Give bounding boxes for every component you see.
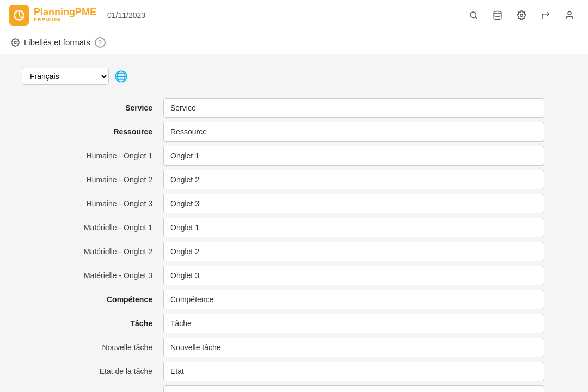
form-row: Humaine - Onglet 2 — [22, 170, 544, 189]
share-icon — [541, 10, 550, 20]
form-label-2: Humaine - Onglet 1 — [22, 151, 163, 160]
form-label-1: Ressource — [22, 127, 163, 136]
form-table: ServiceRessourceHumaine - Onglet 1Humain… — [22, 98, 544, 392]
subheader-title: Libellés et formats — [24, 38, 90, 47]
form-row: Compétence — [22, 290, 544, 309]
form-row: Nouvelle tâche — [22, 338, 544, 357]
database-button[interactable] — [488, 5, 507, 25]
form-input-3[interactable] — [163, 170, 544, 189]
app-header: PlanningPME PREMIUM 01/11/2023 — [0, 0, 588, 30]
form-input-6[interactable] — [163, 242, 544, 261]
form-row: Etat de la tâche — [22, 362, 544, 381]
form-label-11: Etat de la tâche — [22, 367, 163, 376]
form-input-0[interactable] — [163, 98, 544, 118]
header-date: 01/11/2023 — [107, 11, 145, 20]
logo-planning-text: PlanningPME — [34, 7, 96, 18]
form-row: Tâche — [22, 314, 544, 333]
svg-point-10 — [14, 41, 16, 44]
svg-point-9 — [568, 11, 571, 15]
main-content: Français English Español Deutsch 🌐 Servi… — [0, 54, 588, 392]
form-row: Humaine - Onglet 3 — [22, 194, 544, 213]
form-input-10[interactable] — [163, 338, 544, 357]
logo-premium-badge: PREMIUM — [34, 17, 96, 23]
header-icons — [464, 5, 579, 25]
form-label-8: Compétence — [22, 295, 163, 304]
svg-point-8 — [520, 14, 523, 16]
svg-line-6 — [475, 17, 477, 19]
form-input-2[interactable] — [163, 146, 544, 166]
form-input-11[interactable] — [163, 362, 544, 381]
help-button[interactable]: ? — [95, 37, 106, 48]
logo-icon — [9, 5, 29, 26]
form-input-7[interactable] — [163, 266, 544, 285]
search-button[interactable] — [464, 5, 483, 25]
logo-area: PlanningPME PREMIUM — [9, 5, 96, 26]
search-icon — [469, 10, 479, 20]
form-label-10: Nouvelle tâche — [22, 343, 163, 352]
gear-icon — [517, 10, 526, 20]
form-label-5: Matérielle - Onglet 1 — [22, 223, 163, 232]
form-row: Matérielle - Onglet 3 — [22, 266, 544, 285]
globe-icon[interactable]: 🌐 — [114, 70, 128, 83]
user-icon — [565, 10, 574, 20]
form-row: Catégorie — [22, 385, 544, 392]
settings-button[interactable] — [512, 5, 531, 25]
subheader: Libellés et formats ? — [0, 30, 588, 54]
form-input-4[interactable] — [163, 194, 544, 213]
database-icon — [493, 10, 503, 20]
form-input-8[interactable] — [163, 290, 544, 309]
language-select[interactable]: Français English Español Deutsch — [22, 68, 109, 85]
form-label-6: Matérielle - Onglet 2 — [22, 247, 163, 256]
form-row: Service — [22, 98, 544, 118]
logo-text: PlanningPME PREMIUM — [34, 7, 96, 23]
user-button[interactable] — [560, 5, 579, 25]
form-input-5[interactable] — [163, 218, 544, 237]
svg-point-5 — [470, 12, 476, 18]
form-input-12[interactable] — [163, 385, 544, 392]
form-row: Matérielle - Onglet 2 — [22, 242, 544, 261]
share-button[interactable] — [536, 5, 555, 25]
form-label-0: Service — [22, 103, 163, 112]
form-label-4: Humaine - Onglet 3 — [22, 199, 163, 208]
form-row: Matérielle - Onglet 1 — [22, 218, 544, 237]
form-row: Humaine - Onglet 1 — [22, 146, 544, 166]
language-row: Français English Español Deutsch 🌐 — [22, 68, 566, 85]
form-label-7: Matérielle - Onglet 3 — [22, 271, 163, 280]
form-label-3: Humaine - Onglet 2 — [22, 175, 163, 184]
settings-subheader-icon — [11, 38, 20, 47]
form-label-9: Tâche — [22, 319, 163, 328]
svg-point-7 — [494, 11, 501, 14]
form-row: Ressource — [22, 122, 544, 142]
form-input-1[interactable] — [163, 122, 544, 142]
form-input-9[interactable] — [163, 314, 544, 333]
